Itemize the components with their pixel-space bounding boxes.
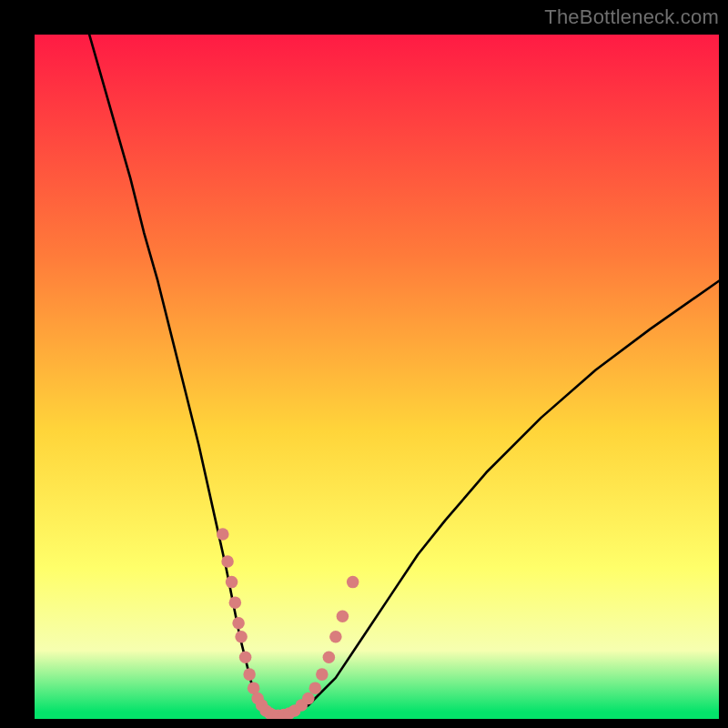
sample-dot [316,668,329,681]
sample-dot [347,576,359,589]
sample-dot [226,576,238,589]
watermark-text: TheBottleneck.com [544,5,719,29]
sample-dot [217,528,229,541]
sample-dot [323,652,336,664]
sample-dot [337,610,349,622]
bottleneck-chart [35,35,719,719]
sample-dot [243,668,256,681]
sample-dot [221,555,234,568]
sample-dot [309,682,322,694]
sample-dot [302,693,315,705]
chart-frame [35,35,719,719]
sample-dot [232,617,245,630]
sample-dot [229,596,242,609]
sample-dot [235,631,248,643]
sample-dot [329,631,342,643]
sample-dot [239,652,252,664]
